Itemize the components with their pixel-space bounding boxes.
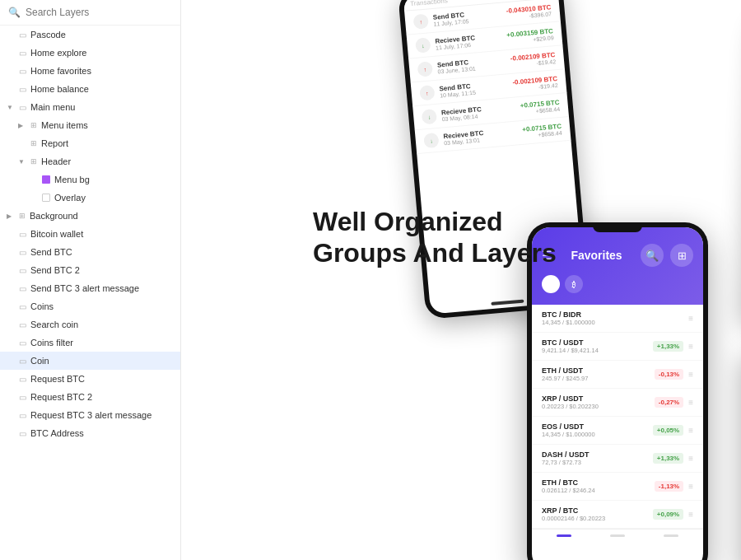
phone2-notch [593,222,642,232]
sidebar-item-bitcoin-wallet[interactable]: ▭ Bitcoin wallet [0,225,180,243]
coin-row: ETH / USDT 245.97 / $245.97 -0,13% ≡ [532,361,703,389]
heart-active[interactable]: ✓ [542,275,560,293]
sidebar-item-request-btc-3[interactable]: ▭ Request BTC 3 alert message [0,406,180,424]
sidebar-item-send-btc-3[interactable]: ▭ Send BTC 3 alert message [0,279,180,297]
coin-menu-icon[interactable]: ≡ [688,454,693,463]
tx-icon: ↓ [422,109,438,125]
sidebar-item-pascode[interactable]: ▭ Pascode [0,26,180,44]
nav-dot[interactable] [610,534,625,537]
layer-list: ▭ Pascode ▭ Home explore ▭ Home favorite… [0,26,180,560]
fav-icons: 🔍 ⊞ [641,244,693,267]
search-icon: 🔍 [8,7,21,18]
coin-menu-icon[interactable]: ≡ [688,398,693,407]
tx-icon: ↑ [419,85,436,101]
monitor-icon: ▭ [19,103,26,112]
folder-icon: ⊞ [30,121,37,129]
sidebar-item-request-btc-2[interactable]: ▭ Request BTC 2 [0,388,180,406]
sidebar-item-home-favorites[interactable]: ▭ Home favorites [0,62,180,80]
layer-label: Menu items [41,120,88,130]
sidebar-item-background[interactable]: ▶ ⊞ Background [0,207,180,225]
coin-badge: +0,09% [653,509,683,520]
monitor-icon: ▭ [19,49,26,58]
sidebar: 🔍 ▭ Pascode ▭ Home explore ▭ Home favori… [0,0,181,560]
monitor-icon: ▭ [19,85,26,94]
balance-icon[interactable]: ₿ [565,275,583,293]
tx-icon: ↑ [413,13,430,30]
sidebar-item-menu-bg[interactable]: Menu bg [0,170,180,189]
monitor-icon: ▭ [19,411,26,420]
coin-pair: EOS / USDT [542,422,653,431]
sidebar-item-send-btc-2[interactable]: ▭ Send BTC 2 [0,261,180,279]
layer-label: Coin [30,356,49,366]
layer-label: Home favorites [30,66,91,76]
coin-pair: ETH / BTC [542,478,655,487]
search-input[interactable] [26,7,172,18]
tx-amount: -0.002109 BTC -$19.42 [510,51,557,68]
tx-icon: ↑ [417,61,434,77]
coin-menu-icon[interactable]: ≡ [688,370,693,379]
sidebar-item-header[interactable]: ▼ ⊞ Header [0,152,180,170]
search-bar[interactable]: 🔍 [0,0,180,26]
monitor-icon: ▭ [19,429,26,438]
coin-info: DASH / USDT 72,73 / $72.73 [542,450,653,466]
tx-info: Send BTC 11 July, 17:05 [432,8,501,27]
tx-amount: -0.002109 BTC -$19.42 [512,75,558,92]
coin-pair: XRP / BTC [542,506,653,515]
sidebar-item-request-btc[interactable]: ▭ Request BTC [0,370,180,388]
main-content: Well Organized Groups And Layers Transac… [181,0,741,560]
coin-sub: 9,421.14 / $9,421.14 [542,347,653,354]
coin-badge: +1,33% [653,341,683,352]
sidebar-item-main-menu[interactable]: ▼ ▭ Main menu [0,98,180,116]
layer-label: BTC Address [30,428,84,438]
main-title: Well Organized Groups And Layers [313,206,557,269]
coin-badge: -0,27% [655,397,683,408]
monitor-icon: ▭ [19,67,26,76]
sidebar-item-send-btc[interactable]: ▭ Send BTC [0,243,180,261]
sidebar-item-coin[interactable]: ▭ Coin [0,352,180,370]
sidebar-item-overlay[interactable]: Overlay [0,189,180,207]
coin-menu-icon[interactable]: ≡ [688,342,693,351]
layer-label: Request BTC 3 alert message [30,410,151,420]
sidebar-item-coins[interactable]: ▭ Coins [0,297,180,315]
tx-amount: +0.003159 BTC +$29.09 [506,27,554,44]
coin-menu-icon[interactable]: ≡ [688,482,693,491]
coin-sub: 0.20223 / $0.202230 [542,403,655,410]
coin-menu-icon[interactable]: ≡ [688,314,693,323]
monitor-icon: ▭ [19,284,26,293]
sidebar-item-home-explore[interactable]: ▭ Home explore [0,44,180,62]
tx-amount: +0.0715 BTC +$658.44 [522,123,562,139]
layer-label: Request BTC 2 [30,392,92,402]
layer-label: Send BTC [30,247,72,257]
tx-icon: ↓ [415,37,431,54]
search-icon-fav[interactable]: 🔍 [641,244,664,267]
chevron-icon: ▼ [7,104,15,111]
sidebar-item-report[interactable]: ⊞ Report [0,134,180,152]
nav-dot[interactable] [664,534,678,537]
coin-sub: 72,73 / $72.73 [542,459,653,466]
layer-label: Pascode [30,30,66,40]
coin-menu-icon[interactable]: ≡ [688,510,693,519]
monitor-icon: ▭ [19,357,26,366]
fav-nav: ✓ ₿ [542,275,693,293]
qr-icon[interactable]: ⊞ [670,244,693,267]
coin-info: XRP / BTC 0.00002146 / $0.20223 [542,506,653,522]
layer-label: Coins [30,301,54,311]
layer-label: Bitcoin wallet [30,229,83,239]
sidebar-item-search-coin[interactable]: ▭ Search coin [0,315,180,334]
sidebar-item-menu-items[interactable]: ▶ ⊞ Menu items [0,116,180,134]
sidebar-item-btc-address[interactable]: ▭ BTC Address [0,424,180,442]
layer-label: Overlay [54,193,86,203]
tx-info: Send BTC 03 June, 13:01 [437,55,506,74]
coin-menu-icon[interactable]: ≡ [688,426,693,435]
coin-pair: BTC / BIDR [542,310,688,319]
sidebar-item-coins-filter[interactable]: ▭ Coins filter [0,334,180,352]
nav-dot-active[interactable] [557,534,571,537]
monitor-icon: ▭ [19,30,26,40]
coin-sub: 0.026112 / $246.24 [542,487,655,494]
coin-row: ETH / BTC 0.026112 / $246.24 -1,13% ≡ [532,473,703,501]
layer-label: Home balance [30,84,89,94]
layer-label: Coins filter [30,338,73,348]
sidebar-item-home-balance[interactable]: ▭ Home balance [0,80,180,98]
monitor-icon: ▭ [19,393,26,402]
layer-label: Header [41,156,71,166]
